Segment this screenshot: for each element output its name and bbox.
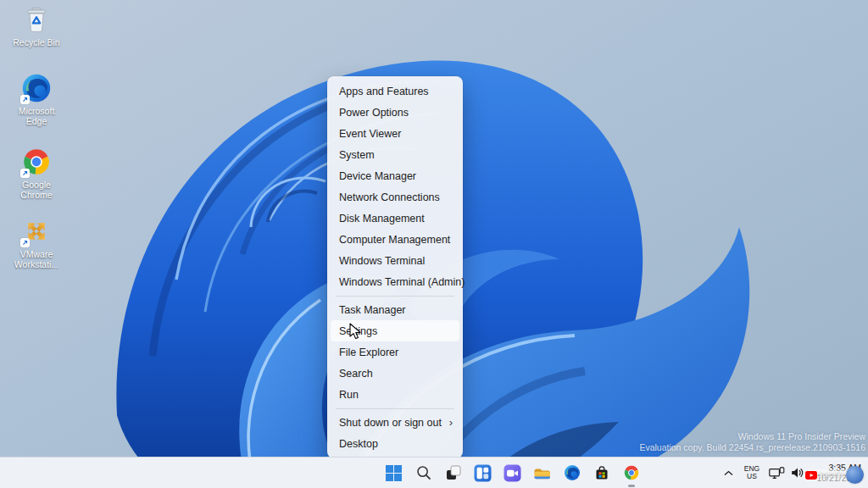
menu-item-search[interactable]: Search bbox=[327, 363, 463, 384]
task-view-button[interactable] bbox=[438, 458, 468, 488]
submenu-chevron-icon: › bbox=[449, 417, 453, 428]
widgets-icon bbox=[474, 464, 492, 482]
shortcut-arrow-icon bbox=[20, 169, 30, 178]
chrome-icon bbox=[623, 464, 640, 481]
menu-item-disk-management[interactable]: Disk Management bbox=[327, 208, 463, 229]
file-explorer-button[interactable] bbox=[527, 458, 557, 488]
desktop-icon-vmware-workstation[interactable]: VMware Workstati... bbox=[8, 216, 64, 269]
menu-item-desktop[interactable]: Desktop bbox=[327, 433, 463, 454]
channel-avatar bbox=[846, 466, 864, 484]
menu-item-shut-down-or-sign-out[interactable]: Shut down or sign out › bbox=[327, 412, 463, 433]
menu-item-network-connections[interactable]: Network Connections bbox=[327, 186, 463, 208]
chevron-up-icon bbox=[724, 470, 733, 476]
windows-start-icon bbox=[385, 464, 403, 482]
start-button[interactable] bbox=[379, 458, 409, 488]
taskbar: ENG US 3:35 AM 10/21/2021 bbox=[0, 457, 868, 488]
menu-item-windows-terminal-admin[interactable]: Windows Terminal (Admin) bbox=[327, 271, 463, 292]
menu-item-file-explorer[interactable]: File Explorer bbox=[327, 341, 463, 363]
video-subscribe-overlay: Subscribe bbox=[804, 466, 864, 484]
tray-network-button[interactable] bbox=[769, 467, 785, 480]
widgets-button[interactable] bbox=[468, 458, 498, 488]
task-view-icon bbox=[445, 464, 462, 481]
recycle-bin-icon bbox=[22, 5, 51, 34]
desktop-icon-microsoft-edge[interactable]: Microsoft Edge bbox=[8, 73, 64, 126]
network-icon bbox=[769, 467, 785, 480]
taskbar-center-buttons bbox=[379, 458, 646, 488]
winx-context-menu: Apps and Features Power Options Event Vi… bbox=[327, 76, 463, 458]
subscribe-label: Subscribe bbox=[819, 472, 845, 478]
windows-watermark: Windows 11 Pro Insider Preview Evaluatio… bbox=[639, 431, 865, 453]
speaker-icon bbox=[791, 467, 804, 479]
desktop-icon-recycle-bin[interactable]: Recycle Bin bbox=[8, 4, 64, 47]
desktop: Recycle Bin Microsoft Edge bbox=[0, 0, 868, 488]
menu-item-power-options[interactable]: Power Options bbox=[327, 102, 463, 123]
menu-item-device-manager[interactable]: Device Manager bbox=[327, 165, 463, 186]
menu-item-system[interactable]: System bbox=[327, 144, 463, 165]
search-button[interactable] bbox=[409, 458, 438, 488]
menu-separator bbox=[336, 296, 454, 297]
menu-item-computer-management[interactable]: Computer Management bbox=[327, 229, 463, 250]
subscribe-pill: Subscribe bbox=[804, 469, 849, 481]
search-icon bbox=[415, 464, 432, 481]
chrome-button[interactable] bbox=[616, 458, 646, 488]
desktop-icon-label: Recycle Bin bbox=[13, 37, 59, 47]
youtube-icon bbox=[805, 471, 817, 480]
store-button[interactable] bbox=[587, 458, 616, 488]
shortcut-arrow-icon bbox=[20, 95, 30, 104]
tray-show-hidden-icons-button[interactable] bbox=[721, 470, 735, 476]
chat-icon bbox=[504, 464, 521, 482]
edge-button[interactable] bbox=[557, 458, 587, 488]
desktop-icon-google-chrome[interactable]: Google Chrome bbox=[8, 147, 64, 200]
menu-separator bbox=[336, 408, 454, 409]
menu-item-run[interactable]: Run bbox=[327, 384, 463, 405]
mouse-cursor bbox=[349, 323, 363, 341]
menu-item-apps-and-features[interactable]: Apps and Features bbox=[327, 80, 463, 102]
menu-item-task-manager[interactable]: Task Manager bbox=[327, 299, 463, 320]
desktop-icon-label: Google Chrome bbox=[20, 180, 52, 200]
desktop-icon-label: Microsoft Edge bbox=[19, 106, 55, 126]
desktop-icon-label: VMware Workstati... bbox=[14, 249, 58, 269]
edge-icon bbox=[564, 464, 581, 481]
shortcut-arrow-icon bbox=[20, 238, 30, 247]
tray-volume-button[interactable] bbox=[791, 467, 804, 479]
menu-item-windows-terminal[interactable]: Windows Terminal bbox=[327, 250, 463, 271]
chat-button[interactable] bbox=[498, 458, 527, 488]
menu-item-event-viewer[interactable]: Event Viewer bbox=[327, 123, 463, 144]
tray-language-button[interactable]: ENG US bbox=[741, 465, 763, 481]
running-indicator bbox=[628, 485, 635, 487]
file-explorer-icon bbox=[533, 464, 551, 482]
store-icon bbox=[593, 464, 610, 481]
